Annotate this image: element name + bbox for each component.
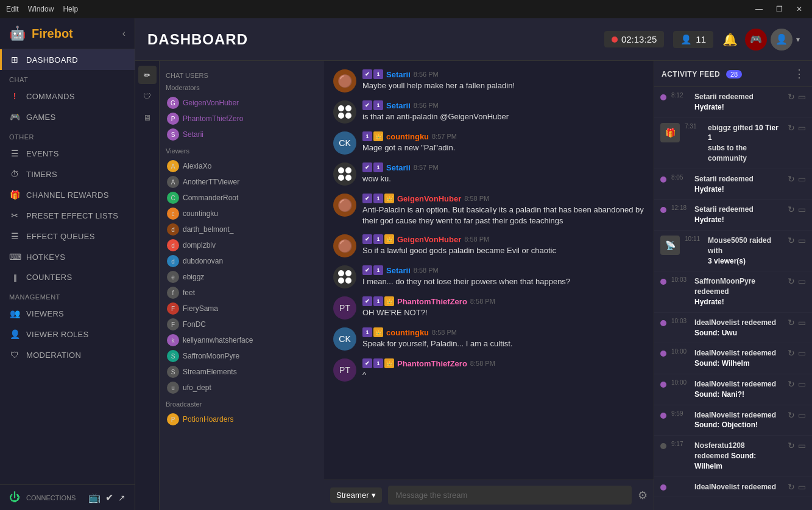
sidebar-item-dashboard[interactable]: ⊞ DASHBOARD bbox=[0, 49, 135, 70]
list-item[interactable]: F FierySama bbox=[166, 301, 318, 316]
activity-time: 10:03 bbox=[671, 276, 690, 283]
refresh-icon[interactable]: ↻ bbox=[788, 236, 795, 245]
list-item[interactable]: C CommanderRoot bbox=[166, 190, 318, 206]
username: AlexiaXo bbox=[183, 162, 211, 170]
sidebar-item-counters[interactable]: ||| COUNTERS bbox=[0, 267, 135, 287]
user-avatar: e bbox=[167, 271, 179, 283]
connected-icon[interactable]: ✔ bbox=[105, 492, 113, 503]
minimize-button[interactable]: — bbox=[752, 4, 766, 15]
expand-icon[interactable]: ▭ bbox=[798, 174, 806, 184]
list-item[interactable]: F FonDC bbox=[166, 316, 318, 332]
avatar-group[interactable]: 🎮 👤 ▾ bbox=[745, 29, 800, 51]
refresh-icon[interactable]: ↻ bbox=[788, 441, 795, 450]
list-item[interactable]: G GeigenVonHuber bbox=[166, 95, 318, 111]
collapse-sidebar-button[interactable]: ‹ bbox=[122, 28, 125, 39]
sidebar-item-viewers[interactable]: 👥 VIEWERS bbox=[0, 303, 135, 324]
list-item[interactable]: P PotionHoarders bbox=[166, 411, 318, 427]
sidebar-item-commands[interactable]: ! COMMANDS bbox=[0, 86, 135, 107]
list-item[interactable]: k kellyannwhatsherface bbox=[166, 332, 318, 348]
refresh-icon[interactable]: ↻ bbox=[788, 348, 795, 358]
sidebar-item-events[interactable]: ☰ EVENTS bbox=[0, 143, 135, 164]
twitch-icon[interactable]: 📺 bbox=[88, 492, 101, 503]
list-item[interactable]: u ufo_dept bbox=[166, 380, 318, 396]
viewers-icon: 👥 bbox=[9, 309, 20, 318]
notification-bell[interactable]: 🔔 bbox=[722, 32, 738, 47]
badge-verified: ✔ bbox=[362, 100, 372, 110]
expand-icon[interactable]: ▭ bbox=[798, 92, 806, 102]
activity-thumb: 📡 bbox=[660, 236, 680, 255]
maximize-button[interactable]: ❐ bbox=[772, 4, 786, 15]
menu-edit[interactable]: Edit bbox=[6, 5, 19, 13]
list-item[interactable]: d domplzblv bbox=[166, 237, 318, 253]
message-input[interactable] bbox=[388, 486, 632, 505]
expand-icon[interactable]: ▭ bbox=[798, 204, 806, 214]
pencil-icon[interactable]: ✏ bbox=[138, 66, 157, 84]
activity-text: SaffronMoonPyre redeemed bbox=[694, 277, 755, 296]
svg-point-9 bbox=[345, 270, 351, 276]
activity-dot bbox=[660, 207, 666, 213]
list-item[interactable]: A AnotherTTViewer bbox=[166, 174, 318, 190]
expand-icon[interactable]: ▭ bbox=[798, 348, 806, 358]
refresh-icon[interactable]: ↻ bbox=[788, 174, 795, 184]
user-avatar: d bbox=[167, 223, 179, 236]
list-item[interactable]: A AlexiaXo bbox=[166, 158, 318, 174]
list-item[interactable]: d dubdonovan bbox=[166, 253, 318, 269]
activity-time: 9:59 bbox=[671, 410, 690, 417]
list-item[interactable]: P PhantomThiefZero bbox=[166, 111, 318, 127]
list-item[interactable]: c countingku bbox=[166, 206, 318, 222]
msg-username: countingku bbox=[386, 328, 429, 337]
activity-content: IdealNovelist redeemed Sound: Objection! bbox=[694, 410, 783, 431]
svg-point-1 bbox=[345, 105, 351, 111]
refresh-icon[interactable]: ↻ bbox=[788, 482, 795, 492]
activity-more-icon[interactable]: ⋮ bbox=[794, 67, 805, 80]
expand-icon[interactable]: ▭ bbox=[798, 236, 806, 245]
list-item[interactable]: S Setarii bbox=[166, 127, 318, 142]
activity-content: Setarii redeemed Hydrate! bbox=[694, 92, 783, 113]
chat-settings-button[interactable]: ⚙ bbox=[638, 489, 648, 502]
expand-icon[interactable]: ▭ bbox=[798, 482, 806, 492]
expand-icon[interactable]: ▭ bbox=[798, 276, 806, 286]
sidebar-item-effect-queues[interactable]: ☰ EFFECT QUEUES bbox=[0, 226, 135, 246]
streamer-dropdown[interactable]: Streamer ▾ bbox=[330, 487, 382, 503]
sidebar-item-moderation[interactable]: 🛡 MODERATION bbox=[0, 344, 135, 365]
sidebar-item-games[interactable]: 🎮 GAMES bbox=[0, 107, 135, 127]
refresh-icon[interactable]: ↻ bbox=[788, 410, 795, 420]
badge-crown: 👑 bbox=[384, 296, 394, 306]
power-icon[interactable]: ⏻ bbox=[9, 491, 20, 504]
activity-content: SaffronMoonPyre redeemed Hydrate! bbox=[694, 276, 783, 307]
list-item[interactable]: S SaffronMoonPyre bbox=[166, 348, 318, 364]
expand-icon[interactable]: ▭ bbox=[798, 123, 806, 133]
refresh-icon[interactable]: ↻ bbox=[788, 379, 795, 389]
monitor-icon[interactable]: 🖥 bbox=[138, 108, 157, 127]
activity-content: Nosferatu1208redeemed Sound:Wilhelm bbox=[694, 441, 783, 471]
app: 🤖 Firebot ‹ ⊞ DASHBOARD Chat ! COMMANDS … bbox=[0, 18, 812, 510]
list-item[interactable]: d darth_belmont_ bbox=[166, 222, 318, 237]
refresh-icon[interactable]: ↻ bbox=[788, 204, 795, 214]
sidebar-item-preset-effects[interactable]: ✂ PRESET EFFECT LISTS bbox=[0, 205, 135, 226]
sidebar-item-timers[interactable]: ⏱ TIMERS bbox=[0, 164, 135, 184]
external-link-icon[interactable]: ↗ bbox=[118, 493, 125, 503]
msg-text: I mean... do they not lose their powers … bbox=[362, 276, 644, 287]
menu-window[interactable]: Window bbox=[28, 5, 54, 13]
menu-help[interactable]: Help bbox=[63, 5, 78, 13]
svg-point-11 bbox=[345, 278, 351, 284]
list-item[interactable]: e ebiggz bbox=[166, 269, 318, 285]
expand-icon[interactable]: ▭ bbox=[798, 410, 806, 420]
expand-icon[interactable]: ▭ bbox=[798, 379, 806, 389]
sidebar-item-viewer-roles[interactable]: 👤 VIEWER ROLES bbox=[0, 324, 135, 344]
refresh-icon[interactable]: ↻ bbox=[788, 276, 795, 286]
close-button[interactable]: ✕ bbox=[793, 4, 806, 15]
list-item: 10:03 IdealNovelist redeemed Sound: Uwu … bbox=[654, 313, 812, 344]
expand-icon[interactable]: ▭ bbox=[798, 318, 806, 327]
refresh-icon[interactable]: ↻ bbox=[788, 318, 795, 327]
list-item[interactable]: f feet bbox=[166, 285, 318, 301]
effect-queues-icon: ☰ bbox=[9, 231, 20, 241]
refresh-icon[interactable]: ↻ bbox=[788, 92, 795, 102]
expand-icon[interactable]: ▭ bbox=[798, 441, 806, 450]
list-item[interactable]: S StreamElements bbox=[166, 364, 318, 380]
sidebar-item-channel-rewards[interactable]: 🎁 CHANNEL REWARDS bbox=[0, 184, 135, 205]
refresh-icon[interactable]: ↻ bbox=[788, 123, 795, 133]
sidebar-item-hotkeys[interactable]: ⌨ HOTKEYS bbox=[0, 246, 135, 267]
username: StreamElements bbox=[183, 368, 237, 376]
shield-icon[interactable]: 🛡 bbox=[138, 87, 157, 105]
